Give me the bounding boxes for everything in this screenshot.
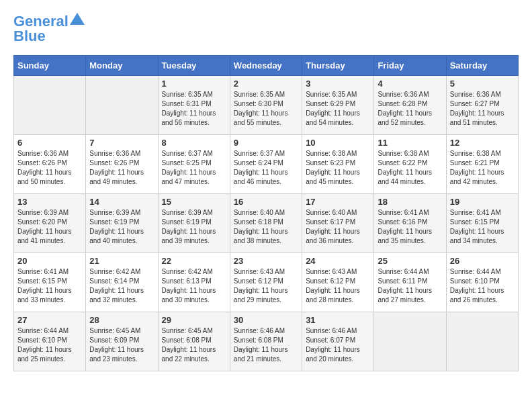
sunrise-text: Sunrise: 6:41 AM [17, 267, 82, 277]
sunset-text: Sunset: 6:17 PM [306, 218, 370, 227]
sunrise-text: Sunrise: 6:38 AM [450, 149, 515, 158]
day-header-thursday: Thursday [302, 56, 374, 76]
daylight-text: Daylight: 11 hours and 22 minutes. [162, 345, 226, 364]
sunset-text: Sunset: 6:18 PM [234, 218, 298, 227]
day-number: 30 [234, 315, 298, 325]
sunset-text: Sunset: 6:19 PM [89, 218, 154, 227]
calendar-cell: 20 Sunrise: 6:41 AM Sunset: 6:15 PM Dayl… [14, 253, 86, 312]
calendar-cell [86, 76, 158, 135]
daylight-text: Daylight: 11 hours and 45 minutes. [306, 168, 370, 187]
day-number: 10 [306, 138, 370, 148]
day-info: Sunrise: 6:39 AM Sunset: 6:19 PM Dayligh… [89, 208, 154, 246]
day-number: 20 [17, 256, 82, 266]
day-info: Sunrise: 6:45 AM Sunset: 6:09 PM Dayligh… [89, 326, 154, 364]
day-header-tuesday: Tuesday [158, 56, 230, 76]
day-info: Sunrise: 6:39 AM Sunset: 6:20 PM Dayligh… [17, 208, 82, 246]
day-info: Sunrise: 6:38 AM Sunset: 6:22 PM Dayligh… [378, 149, 442, 187]
calendar-cell: 3 Sunrise: 6:35 AM Sunset: 6:29 PM Dayli… [302, 76, 374, 135]
sunrise-text: Sunrise: 6:39 AM [17, 208, 82, 218]
calendar-cell: 10 Sunrise: 6:38 AM Sunset: 6:23 PM Dayl… [302, 135, 374, 194]
daylight-text: Daylight: 11 hours and 41 minutes. [17, 227, 82, 246]
sunset-text: Sunset: 6:09 PM [89, 336, 154, 345]
day-info: Sunrise: 6:38 AM Sunset: 6:21 PM Dayligh… [450, 149, 515, 187]
sunrise-text: Sunrise: 6:44 AM [450, 267, 515, 277]
sunset-text: Sunset: 6:12 PM [306, 277, 370, 286]
calendar-cell: 24 Sunrise: 6:43 AM Sunset: 6:12 PM Dayl… [302, 253, 374, 312]
sunset-text: Sunset: 6:07 PM [306, 336, 370, 345]
daylight-text: Daylight: 11 hours and 36 minutes. [306, 227, 370, 246]
daylight-text: Daylight: 11 hours and 54 minutes. [306, 109, 370, 128]
calendar-cell: 12 Sunrise: 6:38 AM Sunset: 6:21 PM Dayl… [446, 135, 518, 194]
day-number: 3 [306, 79, 370, 89]
page-header: General Blue [13, 13, 519, 44]
daylight-text: Daylight: 11 hours and 49 minutes. [89, 168, 154, 187]
week-row-0: 1 Sunrise: 6:35 AM Sunset: 6:31 PM Dayli… [14, 76, 519, 135]
sunrise-text: Sunrise: 6:36 AM [378, 90, 442, 99]
week-row-2: 13 Sunrise: 6:39 AM Sunset: 6:20 PM Dayl… [14, 194, 519, 253]
sunrise-text: Sunrise: 6:42 AM [162, 267, 226, 277]
sunset-text: Sunset: 6:26 PM [17, 158, 82, 168]
sunrise-text: Sunrise: 6:46 AM [234, 326, 298, 336]
daylight-text: Daylight: 11 hours and 42 minutes. [450, 168, 515, 187]
day-info: Sunrise: 6:37 AM Sunset: 6:24 PM Dayligh… [234, 149, 298, 187]
sunset-text: Sunset: 6:31 PM [162, 99, 226, 109]
sunrise-text: Sunrise: 6:38 AM [306, 149, 370, 158]
sunrise-text: Sunrise: 6:39 AM [89, 208, 154, 218]
calendar-cell: 17 Sunrise: 6:40 AM Sunset: 6:17 PM Dayl… [302, 194, 374, 253]
daylight-text: Daylight: 11 hours and 52 minutes. [378, 109, 442, 128]
daylight-text: Daylight: 11 hours and 26 minutes. [450, 286, 515, 305]
daylight-text: Daylight: 11 hours and 20 minutes. [306, 345, 370, 364]
day-info: Sunrise: 6:42 AM Sunset: 6:14 PM Dayligh… [89, 267, 154, 305]
day-info: Sunrise: 6:43 AM Sunset: 6:12 PM Dayligh… [306, 267, 370, 305]
sunrise-text: Sunrise: 6:40 AM [306, 208, 370, 218]
day-number: 29 [162, 315, 226, 325]
daylight-text: Daylight: 11 hours and 38 minutes. [234, 227, 298, 246]
calendar-cell: 11 Sunrise: 6:38 AM Sunset: 6:22 PM Dayl… [374, 135, 446, 194]
week-row-4: 27 Sunrise: 6:44 AM Sunset: 6:10 PM Dayl… [14, 312, 519, 371]
day-info: Sunrise: 6:35 AM Sunset: 6:31 PM Dayligh… [162, 90, 226, 128]
calendar-cell: 31 Sunrise: 6:46 AM Sunset: 6:07 PM Dayl… [302, 312, 374, 371]
day-info: Sunrise: 6:38 AM Sunset: 6:23 PM Dayligh… [306, 149, 370, 187]
day-number: 27 [17, 315, 82, 325]
calendar-cell: 29 Sunrise: 6:45 AM Sunset: 6:08 PM Dayl… [158, 312, 230, 371]
daylight-text: Daylight: 11 hours and 56 minutes. [162, 109, 226, 128]
day-number: 13 [17, 197, 82, 207]
week-row-1: 6 Sunrise: 6:36 AM Sunset: 6:26 PM Dayli… [14, 135, 519, 194]
day-number: 2 [234, 79, 298, 89]
calendar-cell: 13 Sunrise: 6:39 AM Sunset: 6:20 PM Dayl… [14, 194, 86, 253]
sunset-text: Sunset: 6:19 PM [162, 218, 226, 227]
sunrise-text: Sunrise: 6:37 AM [234, 149, 298, 158]
sunset-text: Sunset: 6:11 PM [378, 277, 442, 286]
day-number: 12 [450, 138, 515, 148]
svg-marker-0 [70, 13, 85, 25]
sunrise-text: Sunrise: 6:45 AM [162, 326, 226, 336]
day-info: Sunrise: 6:44 AM Sunset: 6:10 PM Dayligh… [450, 267, 515, 305]
day-number: 26 [450, 256, 515, 266]
calendar-table: SundayMondayTuesdayWednesdayThursdayFrid… [13, 55, 519, 371]
calendar-cell: 9 Sunrise: 6:37 AM Sunset: 6:24 PM Dayli… [230, 135, 302, 194]
sunset-text: Sunset: 6:21 PM [450, 158, 515, 168]
daylight-text: Daylight: 11 hours and 30 minutes. [162, 286, 226, 305]
day-number: 1 [162, 79, 226, 89]
daylight-text: Daylight: 11 hours and 35 minutes. [378, 227, 442, 246]
calendar-cell [14, 76, 86, 135]
sunset-text: Sunset: 6:26 PM [89, 158, 154, 168]
day-info: Sunrise: 6:36 AM Sunset: 6:28 PM Dayligh… [378, 90, 442, 128]
day-header-sunday: Sunday [14, 56, 86, 76]
calendar-cell: 28 Sunrise: 6:45 AM Sunset: 6:09 PM Dayl… [86, 312, 158, 371]
sunrise-text: Sunrise: 6:36 AM [89, 149, 154, 158]
logo-blue: Blue [13, 28, 46, 44]
calendar-cell: 1 Sunrise: 6:35 AM Sunset: 6:31 PM Dayli… [158, 76, 230, 135]
day-info: Sunrise: 6:43 AM Sunset: 6:12 PM Dayligh… [234, 267, 298, 305]
calendar-cell [446, 312, 518, 371]
day-info: Sunrise: 6:36 AM Sunset: 6:27 PM Dayligh… [450, 90, 515, 128]
day-number: 19 [450, 197, 515, 207]
daylight-text: Daylight: 11 hours and 33 minutes. [17, 286, 82, 305]
day-info: Sunrise: 6:46 AM Sunset: 6:08 PM Dayligh… [234, 326, 298, 364]
day-info: Sunrise: 6:41 AM Sunset: 6:16 PM Dayligh… [378, 208, 442, 246]
daylight-text: Daylight: 11 hours and 34 minutes. [450, 227, 515, 246]
header-row: SundayMondayTuesdayWednesdayThursdayFrid… [14, 56, 519, 76]
day-header-friday: Friday [374, 56, 446, 76]
day-info: Sunrise: 6:42 AM Sunset: 6:13 PM Dayligh… [162, 267, 226, 305]
calendar-cell: 7 Sunrise: 6:36 AM Sunset: 6:26 PM Dayli… [86, 135, 158, 194]
